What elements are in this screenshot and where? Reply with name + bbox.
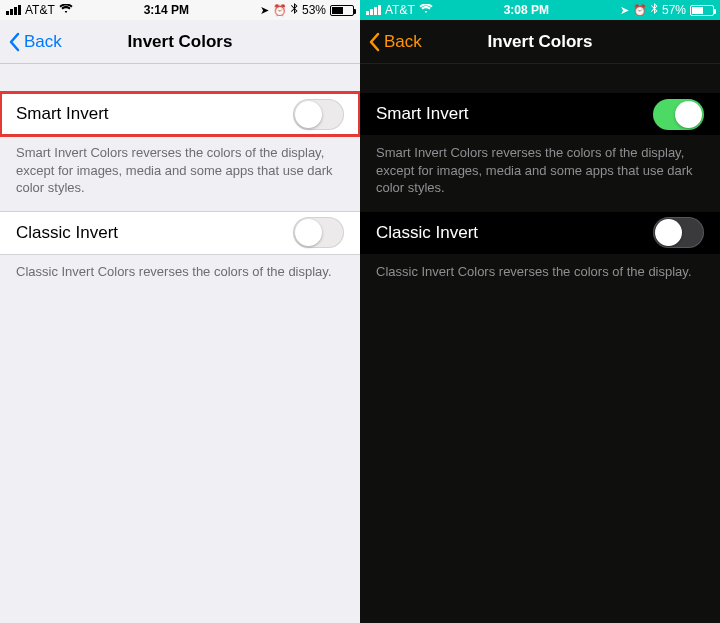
classic-invert-toggle[interactable] bbox=[653, 217, 704, 248]
content: Smart Invert Smart Invert Colors reverse… bbox=[0, 64, 360, 623]
smart-invert-toggle[interactable] bbox=[293, 99, 344, 130]
smart-invert-row[interactable]: Smart Invert bbox=[360, 92, 720, 136]
back-label: Back bbox=[24, 32, 62, 52]
bluetooth-icon bbox=[291, 3, 298, 17]
wifi-icon bbox=[419, 4, 433, 16]
battery-percentage: 57% bbox=[662, 3, 686, 17]
carrier-label: AT&T bbox=[385, 3, 415, 17]
smart-invert-description: Smart Invert Colors reverses the colors … bbox=[0, 136, 360, 211]
wifi-icon bbox=[59, 4, 73, 16]
back-label: Back bbox=[384, 32, 422, 52]
alarm-icon: ⏰ bbox=[633, 4, 647, 17]
location-icon: ➤ bbox=[260, 4, 269, 17]
status-right: ➤ ⏰ 57% bbox=[620, 3, 714, 17]
smart-invert-label: Smart Invert bbox=[16, 104, 109, 124]
status-left: AT&T bbox=[366, 3, 433, 17]
back-button[interactable]: Back bbox=[0, 20, 70, 63]
clock: 3:08 PM bbox=[504, 3, 549, 17]
smart-invert-row[interactable]: Smart Invert bbox=[0, 92, 360, 136]
carrier-label: AT&T bbox=[25, 3, 55, 17]
status-left: AT&T bbox=[6, 3, 73, 17]
location-icon: ➤ bbox=[620, 4, 629, 17]
smart-invert-label: Smart Invert bbox=[376, 104, 469, 124]
chevron-left-icon bbox=[368, 32, 380, 52]
battery-icon bbox=[690, 5, 714, 16]
cell-signal-icon bbox=[366, 5, 381, 15]
content: Smart Invert Smart Invert Colors reverse… bbox=[360, 64, 720, 623]
battery-icon bbox=[330, 5, 354, 16]
battery-percentage: 53% bbox=[302, 3, 326, 17]
back-button[interactable]: Back bbox=[360, 20, 430, 63]
clock: 3:14 PM bbox=[144, 3, 189, 17]
status-right: ➤ ⏰ 53% bbox=[260, 3, 354, 17]
chevron-left-icon bbox=[8, 32, 20, 52]
smart-invert-description: Smart Invert Colors reverses the colors … bbox=[360, 136, 720, 211]
screen-light: AT&T 3:14 PM ➤ ⏰ 53% Back Invert Colors bbox=[0, 0, 360, 623]
status-bar: AT&T 3:08 PM ➤ ⏰ 57% bbox=[360, 0, 720, 20]
classic-invert-toggle[interactable] bbox=[293, 217, 344, 248]
classic-invert-description: Classic Invert Colors reverses the color… bbox=[360, 255, 720, 295]
classic-invert-label: Classic Invert bbox=[16, 223, 118, 243]
nav-bar: Back Invert Colors bbox=[0, 20, 360, 64]
classic-invert-row[interactable]: Classic Invert bbox=[0, 211, 360, 255]
nav-bar: Back Invert Colors bbox=[360, 20, 720, 64]
alarm-icon: ⏰ bbox=[273, 4, 287, 17]
bluetooth-icon bbox=[651, 3, 658, 17]
classic-invert-row[interactable]: Classic Invert bbox=[360, 211, 720, 255]
classic-invert-label: Classic Invert bbox=[376, 223, 478, 243]
smart-invert-toggle[interactable] bbox=[653, 99, 704, 130]
status-bar: AT&T 3:14 PM ➤ ⏰ 53% bbox=[0, 0, 360, 20]
cell-signal-icon bbox=[6, 5, 21, 15]
screen-dark: AT&T 3:08 PM ➤ ⏰ 57% Back Invert Colors bbox=[360, 0, 720, 623]
classic-invert-description: Classic Invert Colors reverses the color… bbox=[0, 255, 360, 295]
